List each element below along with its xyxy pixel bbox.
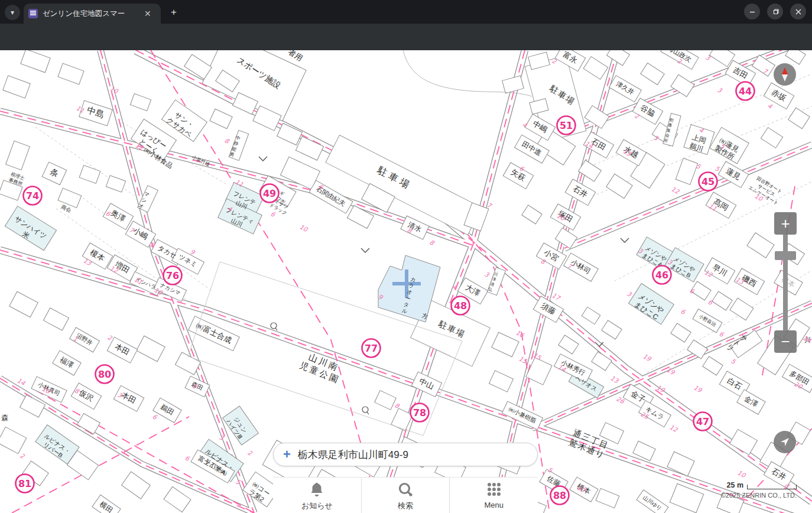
map-label: 者用 — [287, 50, 304, 63]
svg-text:6: 6 — [718, 330, 726, 338]
minimize-icon — [749, 8, 756, 15]
svg-text:3: 3 — [716, 86, 724, 94]
zoom-slider-track[interactable] — [783, 235, 788, 330]
circled-number: 81 — [16, 475, 34, 493]
svg-text:51: 51 — [560, 120, 573, 131]
svg-text:19: 19 — [693, 384, 704, 394]
svg-text:12: 12 — [668, 423, 680, 433]
svg-text:46: 46 — [655, 270, 668, 281]
window-restore-button[interactable] — [767, 4, 783, 20]
notifications-label: お知らせ — [301, 501, 333, 511]
circled-number: 80 — [96, 365, 114, 384]
svg-text:74: 74 — [26, 190, 39, 202]
search-label: 検索 — [398, 501, 413, 511]
compass-needle-icon — [780, 67, 790, 82]
svg-text:3: 3 — [483, 270, 491, 278]
svg-text:3: 3 — [704, 53, 712, 61]
svg-text:88: 88 — [553, 490, 566, 501]
circled-number: 46 — [653, 266, 671, 284]
bell-icon — [308, 481, 326, 499]
svg-text:3: 3 — [626, 290, 634, 298]
svg-text:2: 2 — [634, 112, 641, 120]
svg-text:10: 10 — [298, 223, 310, 233]
circled-number: 88 — [551, 486, 569, 505]
svg-text:81: 81 — [18, 478, 31, 489]
bottom-toolbar: お知らせ 検索 Menu — [273, 477, 538, 513]
zoom-in-button[interactable]: + — [774, 212, 797, 235]
svg-text:80: 80 — [98, 369, 111, 380]
circled-number: 77 — [362, 339, 381, 358]
circled-number: 49 — [261, 184, 279, 203]
svg-text:77: 77 — [365, 343, 378, 354]
svg-text:15: 15 — [518, 355, 529, 365]
svg-text:17: 17 — [551, 291, 562, 301]
zenrin-favicon-icon — [28, 9, 38, 18]
browser-toolbar: app.zip-site.com/smt/app/map.htm ★ — [0, 24, 812, 50]
grid-icon — [485, 481, 503, 499]
window-minimize-button[interactable] — [744, 4, 760, 20]
svg-text:45: 45 — [701, 176, 714, 187]
svg-text:者用: 者用 — [287, 50, 304, 63]
copyright-text: ©2025 ZENRIN CO., LTD. — [721, 492, 797, 499]
navigation-arrow-icon — [779, 436, 791, 448]
svg-text:44: 44 — [739, 86, 752, 97]
svg-text:47: 47 — [696, 416, 709, 427]
address-search-box[interactable]: + 栃木県足利市山川町49-9 — [273, 443, 538, 466]
chevron-mark — [621, 238, 629, 242]
plus-cross-icon: + — [283, 448, 291, 461]
svg-text:6: 6 — [680, 307, 687, 316]
svg-text:5: 5 — [730, 357, 738, 365]
search-tab-button[interactable]: 検索 — [361, 478, 450, 513]
svg-text:8: 8 — [394, 401, 401, 410]
restore-icon — [772, 8, 779, 15]
browser-tabstrip: ▾ ゼンリン住宅地図スマー ✕ + — [0, 0, 812, 24]
svg-text:8: 8 — [223, 137, 231, 145]
circled-number: 74 — [24, 187, 42, 205]
chevron-mark — [259, 157, 267, 161]
svg-text:10: 10 — [736, 469, 748, 479]
svg-text:6: 6 — [151, 413, 159, 421]
compass-button[interactable] — [774, 63, 796, 86]
svg-text:49: 49 — [263, 188, 276, 199]
svg-text:2: 2 — [19, 452, 27, 460]
zoom-slider-handle[interactable] — [775, 251, 796, 260]
zoom-out-button[interactable]: − — [774, 330, 797, 353]
svg-text:12: 12 — [670, 185, 681, 195]
circled-number: 48 — [452, 297, 470, 315]
svg-text:4: 4 — [766, 102, 774, 110]
svg-text:8: 8 — [428, 238, 436, 246]
circled-number: 47 — [694, 413, 712, 431]
svg-text:田谷野オートサービスエムケーオート: 田谷野オートサービスエムケーオート — [748, 174, 785, 206]
circled-number: 44 — [736, 82, 755, 100]
tab-search-chevron-icon[interactable]: ▾ — [5, 5, 20, 20]
notifications-button[interactable]: お知らせ — [273, 478, 361, 513]
map-scale: 25 m ©2025 ZENRIN CO., LTD. — [721, 481, 797, 499]
my-location-button[interactable] — [774, 431, 796, 453]
svg-text:森: 森 — [1, 414, 8, 422]
menu-button[interactable]: Menu — [449, 478, 538, 513]
map-label: 田谷野オートサービスエムケーオート — [748, 174, 785, 206]
svg-text:6: 6 — [269, 210, 277, 218]
new-tab-button[interactable]: + — [167, 5, 181, 20]
scale-bar — [747, 485, 797, 489]
menu-label: Menu — [484, 501, 504, 509]
svg-text:78: 78 — [413, 407, 426, 418]
svg-text:16: 16 — [515, 329, 526, 339]
svg-text:48: 48 — [454, 300, 467, 311]
search-icon — [397, 481, 414, 499]
tab-title: ゼンリン住宅地図スマー — [43, 9, 142, 19]
map-label: 森 — [1, 414, 8, 422]
chevron-mark — [361, 248, 369, 252]
browser-tab[interactable]: ゼンリン住宅地図スマー ✕ — [24, 4, 161, 24]
search-value: 栃木県足利市山川町49-9 — [298, 448, 408, 462]
svg-text:6: 6 — [184, 454, 191, 462]
circled-number: 45 — [699, 173, 717, 191]
svg-text:76: 76 — [166, 270, 179, 281]
circled-number: 51 — [557, 116, 576, 135]
svg-text:19: 19 — [642, 352, 653, 362]
close-icon — [795, 8, 802, 15]
svg-text:13: 13 — [609, 374, 621, 384]
tab-close-icon[interactable]: ✕ — [144, 9, 151, 18]
svg-text:2: 2 — [246, 449, 254, 457]
window-close-button[interactable] — [790, 4, 806, 20]
